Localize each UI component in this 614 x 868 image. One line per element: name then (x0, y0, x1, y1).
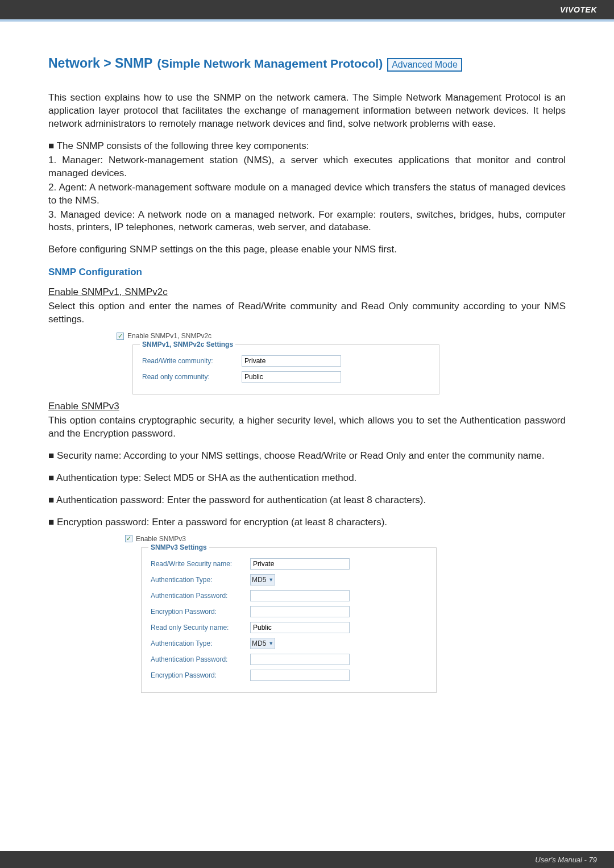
auth-password-input-1[interactable] (250, 590, 350, 601)
rw-community-label: Read/Write community: (142, 357, 236, 365)
enc-password-row-1: Encryption Password: (151, 606, 427, 617)
v1v2c-fieldset: SNMPv1, SNMPv2c Settings Read/Write comm… (132, 344, 439, 394)
rw-community-input[interactable] (242, 355, 341, 367)
brand-label: VIVOTEK (560, 5, 597, 14)
enc-password-input-1[interactable] (250, 606, 350, 617)
snmp-v3-panel: ✓ Enable SNMPv3 SNMPv3 Settings Read/Wri… (125, 535, 566, 693)
auth-type-row-1: Authentication Type: MD5 ▼ (151, 574, 427, 585)
enable-v1v2c-heading: Enable SNMPv1, SNMPv2c (48, 286, 566, 299)
ro-community-row: Read only community: (142, 371, 430, 383)
rw-security-name-row: Read/Write Security name: (151, 558, 427, 570)
v3-bullet-auth-type: ■ Authentication type: Select MD5 or SHA… (48, 472, 566, 485)
rw-security-name-label: Read/Write Security name: (151, 560, 244, 568)
enable-v1v2c-checkbox-label: Enable SNMPv1, SNMPv2c (127, 332, 211, 340)
v3-fieldset: SNMPv3 Settings Read/Write Security name… (141, 547, 437, 693)
chevron-down-icon: ▼ (268, 577, 273, 583)
enable-v3-checkbox-label: Enable SNMPv3 (136, 535, 186, 543)
before-note: Before configuring SNMP settings on the … (48, 243, 566, 256)
checkbox-checked-icon[interactable]: ✓ (125, 535, 132, 542)
rw-security-name-input[interactable] (250, 558, 350, 570)
footer-bar: User's Manual - 79 (0, 851, 614, 868)
auth-type-label-2: Authentication Type: (151, 639, 244, 647)
components-lead: ■ The SNMP consists of the following thr… (48, 140, 566, 153)
auth-type-select-1[interactable]: MD5 ▼ (250, 574, 275, 585)
ro-community-input[interactable] (242, 371, 341, 383)
enc-password-label-2: Encryption Password: (151, 671, 244, 679)
auth-type-value-2: MD5 (252, 639, 266, 647)
page-title-sub: (Simple Network Management Protocol) (157, 57, 383, 70)
enc-password-label-1: Encryption Password: (151, 608, 244, 616)
auth-password-input-2[interactable] (250, 654, 350, 665)
component-item-1: 1. Manager: Network-management station (… (48, 154, 566, 180)
v3-legend: SNMPv3 Settings (148, 543, 209, 551)
component-item-3: 3. Managed device: A network node on a m… (48, 209, 566, 235)
page-title-row: Network > SNMP (Simple Network Managemen… (48, 56, 566, 72)
auth-password-row-2: Authentication Password: (151, 654, 427, 665)
advanced-mode-badge: Advanced Mode (387, 58, 462, 72)
auth-type-select-2[interactable]: MD5 ▼ (250, 638, 275, 649)
enable-v3-desc: This option contains cryptographic secur… (48, 414, 566, 441)
auth-password-row-1: Authentication Password: (151, 590, 427, 601)
snmp-v1v2c-panel: ✓ Enable SNMPv1, SNMPv2c SNMPv1, SNMPv2c… (117, 332, 566, 394)
checkbox-checked-icon[interactable]: ✓ (117, 333, 124, 340)
intro-paragraph: This section explains how to use the SNM… (48, 92, 566, 131)
page-title-main: Network > SNMP (48, 56, 152, 71)
v3-bullet-enc-password: ■ Encryption password: Enter a password … (48, 516, 566, 529)
ro-community-label: Read only community: (142, 373, 236, 381)
enable-v1v2c-desc: Select this option and enter the names o… (48, 300, 566, 326)
enable-v3-heading: Enable SNMPv3 (48, 400, 566, 413)
page-content: Network > SNMP (Simple Network Managemen… (0, 22, 614, 693)
chevron-down-icon: ▼ (268, 641, 273, 646)
footer-page-label: User's Manual - 79 (535, 855, 597, 864)
enc-password-row-2: Encryption Password: (151, 670, 427, 681)
enc-password-input-2[interactable] (250, 670, 350, 681)
v1v2c-legend: SNMPv1, SNMPv2c Settings (140, 340, 235, 348)
auth-password-label-2: Authentication Password: (151, 655, 244, 663)
auth-type-label-1: Authentication Type: (151, 576, 244, 584)
ro-security-name-input[interactable] (250, 622, 350, 633)
auth-type-row-2: Authentication Type: MD5 ▼ (151, 638, 427, 649)
header-bar: VIVOTEK (0, 0, 614, 19)
enable-v3-checkbox-row[interactable]: ✓ Enable SNMPv3 (125, 535, 566, 543)
rw-community-row: Read/Write community: (142, 355, 430, 367)
component-item-2: 2. Agent: A network-management software … (48, 181, 566, 207)
enable-v1v2c-checkbox-row[interactable]: ✓ Enable SNMPv1, SNMPv2c (117, 332, 566, 340)
ro-security-name-row: Read only Security name: (151, 622, 427, 633)
v3-bullet-security-name: ■ Security name: According to your NMS s… (48, 450, 566, 463)
ro-security-name-label: Read only Security name: (151, 624, 244, 632)
auth-password-label-1: Authentication Password: (151, 592, 244, 600)
snmp-config-heading: SNMP Configuration (48, 267, 566, 278)
v3-bullet-auth-password: ■ Authentication password: Enter the pas… (48, 494, 566, 507)
auth-type-value-1: MD5 (252, 576, 266, 584)
